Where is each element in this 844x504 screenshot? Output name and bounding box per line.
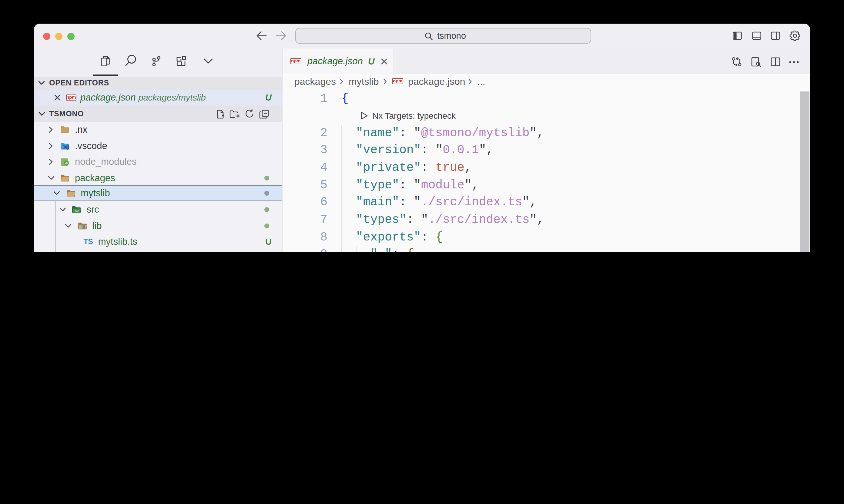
- svg-text:</>: </>: [74, 209, 80, 213]
- svg-text:JS: JS: [65, 162, 68, 165]
